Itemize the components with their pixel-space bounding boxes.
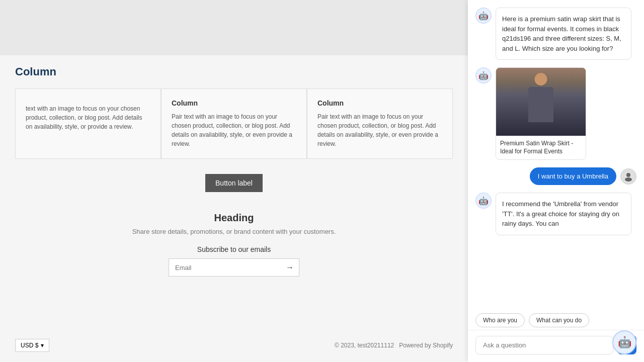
user-message-1: I want to buy a Umbrella	[475, 167, 636, 185]
column-1: text with an image to focus on your chos…	[15, 88, 161, 159]
column-2-title: Column	[172, 99, 296, 107]
section-subtext: Share store details, promotions, or bran…	[15, 228, 453, 235]
bot-icon-3: 🤖	[478, 196, 489, 206]
floating-chat-button[interactable]: 🤖	[612, 330, 636, 354]
email-row: →	[15, 258, 453, 277]
user-icon	[623, 171, 633, 182]
bot-message-1: 🤖 Here is a premium satin wrap skirt tha…	[475, 8, 636, 60]
user-avatar-1	[620, 168, 636, 185]
chat-messages-area[interactable]: 🤖 Here is a premium satin wrap skirt tha…	[468, 0, 644, 308]
bot-avatar-3: 🤖	[475, 193, 492, 209]
quick-reply-who-are-you[interactable]: Who are you	[475, 313, 525, 327]
chevron-down-icon: ▾	[41, 342, 44, 349]
section-heading: Heading	[15, 212, 453, 224]
page-top-section	[0, 0, 468, 55]
column-1-body: text with an image to focus on your chos…	[26, 104, 150, 131]
button-label[interactable]: Button label	[205, 174, 263, 192]
svg-point-1	[625, 177, 632, 182]
bot-avatar-2: 🤖	[475, 67, 492, 83]
footer-text: © 2023, test20211112 Powered by Shopify	[335, 342, 453, 349]
bot-icon-2: 🤖	[478, 71, 489, 80]
heading-section: Heading Share store details, promotions,…	[15, 212, 453, 235]
bot-bubble-1: Here is a premium satin wrap skirt that …	[496, 8, 631, 60]
powered-by-text: Powered by Shopify	[399, 342, 453, 349]
product-image	[496, 68, 586, 136]
column-2-body: Pair text with an image to focus on your…	[172, 112, 296, 148]
column-2: Column Pair text with an image to focus …	[161, 88, 307, 159]
page-heading: Column	[15, 65, 453, 78]
email-input[interactable]	[169, 259, 281, 276]
currency-selector[interactable]: USD $ ▾	[15, 339, 49, 352]
column-3: Column Pair text with an image to focus …	[307, 88, 453, 159]
currency-value: USD $	[21, 342, 38, 349]
column-3-title: Column	[317, 99, 442, 107]
subscribe-section: Subscribe to our emails →	[15, 245, 453, 277]
subscribe-label: Subscribe to our emails	[15, 245, 453, 253]
column-3-body: Pair text with an image to focus on your…	[317, 112, 442, 148]
bot-avatar-1: 🤖	[475, 8, 492, 24]
email-input-wrapper: →	[169, 258, 299, 277]
button-row: Button label	[15, 174, 453, 192]
chat-input[interactable]	[475, 336, 613, 354]
product-person-graphic	[496, 68, 586, 136]
columns-section: text with an image to focus on your chos…	[15, 88, 453, 159]
bot-message-product: 🤖 Premium Satin Wrap Skirt - Ideal for F…	[475, 67, 636, 160]
svg-point-0	[626, 173, 630, 177]
bot-bubble-3: I recommend the 'Umbrella' from vendor '…	[496, 193, 631, 235]
floating-chat-icon: 🤖	[618, 336, 631, 349]
bot-icon-1: 🤖	[478, 11, 489, 21]
email-submit-button[interactable]: →	[281, 259, 299, 276]
quick-reply-what-can-you-do[interactable]: What can you do	[529, 313, 589, 327]
quick-replies-area: Who are you What can you do	[468, 308, 644, 330]
user-bubble-1: I want to buy a Umbrella	[530, 167, 616, 185]
product-card-title: Premium Satin Wrap Skirt - Ideal for For…	[496, 136, 586, 159]
chat-panel: 🤖 Here is a premium satin wrap skirt tha…	[468, 0, 644, 362]
copyright-text: © 2023, test20211112	[335, 342, 394, 349]
page-background: Column text with an image to focus on yo…	[0, 0, 468, 362]
page-content-area: Column text with an image to focus on yo…	[0, 55, 468, 297]
footer-bar: USD $ ▾ © 2023, test20211112 Powered by …	[0, 339, 468, 352]
bot-message-3: 🤖 I recommend the 'Umbrella' from vendor…	[475, 193, 636, 235]
product-card[interactable]: Premium Satin Wrap Skirt - Ideal for For…	[496, 67, 586, 160]
